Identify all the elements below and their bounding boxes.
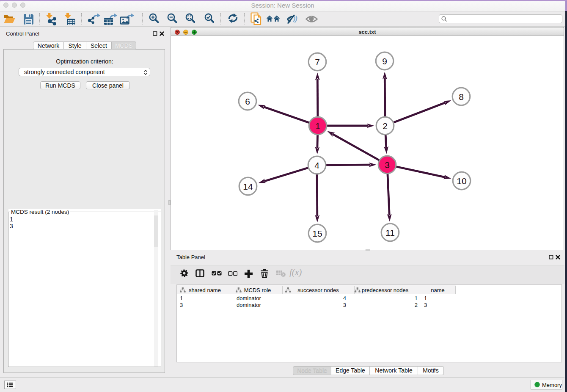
svg-text:14: 14 (243, 182, 253, 191)
svg-text:11: 11 (385, 228, 395, 237)
svg-text:2: 2 (383, 121, 388, 131)
svg-text:8: 8 (459, 92, 464, 102)
svg-text:3: 3 (385, 160, 390, 170)
svg-text:4: 4 (314, 160, 319, 170)
svg-text:15: 15 (312, 229, 322, 238)
svg-text:6: 6 (245, 97, 250, 106)
svg-text:9: 9 (382, 56, 387, 66)
svg-text:7: 7 (315, 57, 320, 67)
svg-text:1: 1 (315, 121, 320, 131)
svg-text:10: 10 (457, 176, 466, 186)
